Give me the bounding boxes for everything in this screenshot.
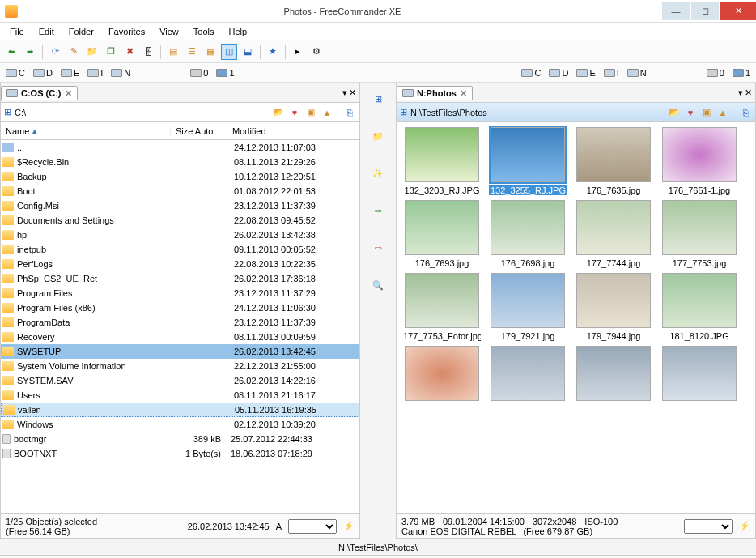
copy-path-icon[interactable]: ⎘ — [739, 106, 752, 119]
menu-edit[interactable]: Edit — [32, 25, 61, 38]
view-details-icon[interactable]: ☰ — [184, 44, 200, 60]
file-row[interactable]: PhSp_CS2_UE_Ret26.02.2013 17:36:18 — [1, 271, 359, 286]
right-path[interactable]: N:\TestFiles\Photos — [410, 108, 487, 117]
drive-N[interactable]: N — [108, 67, 133, 79]
drive-extra-0[interactable]: 0 — [188, 67, 210, 79]
file-row[interactable]: Windows02.12.2013 10:39:20 — [1, 417, 359, 432]
fav-path-icon[interactable]: ♥ — [684, 106, 697, 119]
menu-tools[interactable]: Tools — [187, 25, 221, 38]
thumbnail[interactable]: 181_8120.JPG — [659, 273, 740, 341]
thumbnail[interactable]: 179_7944.jpg — [573, 273, 654, 341]
thumbnail[interactable] — [573, 346, 654, 404]
window-layout-icon[interactable]: ⊞ — [368, 89, 388, 109]
drive-D[interactable]: D — [546, 67, 571, 79]
fav-path-icon[interactable]: ♥ — [288, 106, 301, 119]
minimize-button[interactable]: — — [662, 2, 690, 20]
menu-folder[interactable]: Folder — [62, 25, 100, 38]
drive-extra-0[interactable]: 0 — [704, 67, 727, 79]
menu-file[interactable]: File — [3, 25, 31, 38]
file-row[interactable]: Program Files (x86)24.12.2013 11:06:30 — [1, 300, 359, 315]
drive-I[interactable]: I — [85, 67, 105, 79]
file-row[interactable]: System Volume Information22.12.2013 21:5… — [1, 359, 359, 373]
tree-toggle-icon[interactable]: ◫ — [221, 44, 237, 60]
file-row[interactable]: Documents and Settings22.08.2013 09:45:5… — [1, 213, 359, 228]
edit-icon[interactable]: ✎ — [66, 44, 82, 60]
left-filter-select[interactable] — [288, 519, 337, 534]
drive-extra-1[interactable]: 1 — [730, 67, 753, 79]
file-row[interactable]: Users08.11.2013 21:16:17 — [1, 388, 359, 403]
file-row[interactable]: BOOTNXT1 Byte(s)18.06.2013 07:18:29 — [1, 446, 359, 461]
drive-extra-1[interactable]: 1 — [214, 67, 236, 79]
left-tab[interactable]: C:OS (C:) ✕ — [1, 86, 78, 100]
sync-panels-icon[interactable]: 📁 — [368, 126, 388, 146]
split-icon[interactable]: ⬓ — [240, 44, 256, 60]
menu-favorites[interactable]: Favorites — [102, 25, 151, 38]
thumbnail[interactable]: 177_7744.jpg — [573, 200, 654, 268]
drive-D[interactable]: D — [31, 67, 55, 79]
forward-button[interactable]: ➡ — [22, 44, 38, 60]
thumbnail[interactable]: 176_7651-1.jpg — [659, 127, 740, 195]
history-icon[interactable]: 📂 — [668, 106, 681, 119]
thumbnail[interactable]: 177_7753.jpg — [659, 200, 740, 268]
thumbnail[interactable] — [659, 346, 740, 404]
view-thumb-icon[interactable]: ▦ — [202, 44, 219, 60]
file-row[interactable]: Program Files23.12.2013 11:37:29 — [1, 286, 359, 300]
delete-icon[interactable]: ✖ — [121, 44, 138, 60]
folder-up-icon[interactable]: ▲ — [321, 106, 333, 119]
thumbnail[interactable]: 179_7921.jpg — [487, 273, 568, 341]
right-filter-apply-icon[interactable]: ⚡ — [739, 521, 750, 531]
menu-help[interactable]: Help — [222, 25, 253, 38]
favorites-icon[interactable]: ★ — [265, 44, 281, 60]
drive-C[interactable]: C — [3, 67, 28, 79]
folder-add-icon[interactable]: 📁 — [84, 44, 100, 60]
drive-E[interactable]: E — [58, 67, 82, 79]
view-list-icon[interactable]: ▤ — [165, 44, 181, 60]
archive-icon[interactable]: 🗄 — [140, 44, 156, 60]
file-row[interactable]: Boot01.08.2012 22:01:53 — [1, 184, 359, 198]
drive-E[interactable]: E — [574, 67, 597, 79]
file-row[interactable]: inetpub09.11.2013 00:05:52 — [1, 242, 359, 257]
close-button[interactable]: ✕ — [720, 2, 756, 20]
tab-dropdown-icon[interactable]: ▾ — [342, 87, 347, 98]
tab-dropdown-icon[interactable]: ▾ — [738, 87, 743, 98]
file-row[interactable]: vallen05.11.2013 16:19:35 — [1, 403, 359, 417]
folder-nav-icon[interactable]: ▣ — [700, 106, 713, 119]
thumbnail[interactable]: 176_7698.jpg — [487, 200, 568, 268]
file-row[interactable]: ..24.12.2013 11:07:03 — [1, 140, 359, 155]
folder-up-icon[interactable]: ▲ — [716, 106, 729, 119]
right-filter-select[interactable] — [684, 519, 733, 534]
file-list[interactable]: ..24.12.2013 11:07:03$Recycle.Bin08.11.2… — [1, 140, 359, 513]
drive-C[interactable]: C — [519, 67, 543, 79]
thumbnail[interactable]: 176_7635.jpg — [573, 127, 654, 195]
file-row[interactable]: bootmgr389 kB25.07.2012 22:44:33 — [1, 432, 359, 446]
prompt-icon[interactable]: ▸ — [290, 44, 306, 60]
thumbnail[interactable]: 132_3255_RJ.JPG — [487, 127, 568, 195]
refresh-button[interactable]: ⟳ — [47, 44, 63, 60]
file-row[interactable]: Recovery08.11.2013 00:09:59 — [1, 330, 359, 344]
left-path[interactable]: C:\ — [15, 108, 26, 117]
history-icon[interactable]: 📂 — [272, 106, 285, 119]
copy-icon[interactable]: ❐ — [103, 44, 119, 60]
file-row[interactable]: $Recycle.Bin08.11.2013 21:29:26 — [1, 155, 359, 169]
file-row[interactable]: PerfLogs22.08.2013 10:22:35 — [1, 257, 359, 271]
col-size[interactable]: Size Auto — [171, 126, 227, 136]
folder-nav-icon[interactable]: ▣ — [304, 106, 317, 119]
close-tab-icon[interactable]: ✕ — [460, 88, 467, 99]
file-row[interactable]: SYSTEM.SAV26.02.2013 14:22:16 — [1, 373, 359, 388]
compare-icon[interactable]: ✨ — [368, 164, 388, 183]
thumbnail[interactable] — [401, 346, 482, 404]
tab-close-icon[interactable]: ✕ — [745, 87, 752, 98]
thumbnail-area[interactable]: 132_3203_RJ.JPG132_3255_RJ.JPG176_7635.j… — [397, 122, 755, 513]
file-row[interactable]: Config.Msi23.12.2013 11:37:39 — [1, 198, 359, 213]
drive-I[interactable]: I — [601, 67, 622, 79]
close-tab-icon[interactable]: ✕ — [65, 88, 72, 99]
thumbnail[interactable]: 176_7693.jpg — [401, 200, 482, 268]
thumbnail[interactable]: 177_7753_Fotor.jpg — [401, 273, 482, 341]
file-row[interactable]: Backup10.12.2013 12:20:51 — [1, 169, 359, 184]
move-to-icon[interactable]: ⇨ — [368, 238, 388, 258]
file-row[interactable]: ProgramData23.12.2013 11:37:39 — [1, 315, 359, 330]
back-button[interactable]: ⬅ — [3, 44, 19, 60]
search-icon[interactable]: 🔍 — [368, 275, 388, 295]
settings-icon[interactable]: ⚙ — [308, 44, 325, 60]
thumbnail[interactable]: 132_3203_RJ.JPG — [401, 127, 482, 195]
